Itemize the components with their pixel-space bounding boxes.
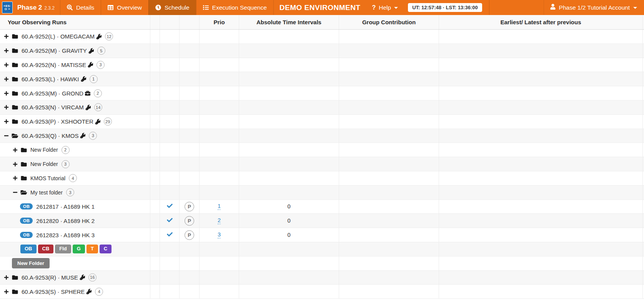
help-menu[interactable]: ? Help [372, 4, 398, 11]
table-icon [108, 5, 113, 10]
clock-icon [155, 5, 161, 10]
ob-row: OB2612817 · A1689 HK 1P10 [0, 200, 644, 214]
expand-icon[interactable] [4, 48, 9, 53]
tab-details[interactable]: Details [60, 0, 101, 15]
column-header-p [179, 15, 199, 29]
new-folder-row: New Folder [0, 256, 644, 271]
user-icon [550, 4, 556, 10]
wrench-icon [80, 275, 85, 280]
create-ob-button[interactable]: OB [20, 245, 37, 253]
ob-label[interactable]: 2612820 · A1689 HK 2 [36, 218, 95, 224]
folder-label[interactable]: KMOS Tutorial [30, 175, 65, 181]
expand-icon[interactable] [4, 62, 9, 67]
plus-icon [4, 119, 9, 124]
expand-icon[interactable] [4, 105, 9, 110]
folder-icon [12, 104, 18, 110]
wrench-icon [96, 34, 102, 39]
item-count-badge: 3 [97, 61, 105, 69]
create-fld-button[interactable]: Fld [55, 245, 71, 253]
expand-icon[interactable] [4, 119, 9, 124]
run-label[interactable]: 60.A-9252(N) · MATISSE [22, 62, 86, 68]
tab-schedule[interactable]: Schedule [148, 0, 196, 15]
create-c-button[interactable]: C [100, 245, 111, 253]
expand-icon[interactable] [13, 162, 18, 167]
run-label[interactable]: 60.A-9253(S) · SPHERE [22, 288, 85, 295]
priority-link[interactable]: 3 [218, 232, 221, 238]
run-label[interactable]: 60.A-9252(M) · GRAVITY [22, 47, 87, 54]
column-header-spacer [150, 15, 160, 29]
expand-icon[interactable] [4, 275, 9, 280]
run-label[interactable]: 60.A-9253(N) · VIRCAM [22, 104, 84, 111]
ob-label[interactable]: 2612817 · A1689 HK 1 [36, 203, 95, 210]
wrench-icon [95, 119, 100, 124]
folder-icon [12, 34, 18, 39]
expand-icon[interactable] [4, 289, 9, 294]
plus-icon [4, 289, 9, 294]
wrench-icon [88, 62, 93, 67]
item-count-badge: 5 [97, 47, 105, 55]
ob-badge: OB [20, 232, 33, 238]
ob-badge: OB [20, 203, 33, 209]
user-icon [550, 4, 556, 11]
priority-link[interactable]: 2 [218, 218, 221, 224]
item-count-badge: 4 [69, 174, 77, 182]
expand-icon[interactable] [13, 176, 18, 181]
folder-icon [12, 91, 18, 96]
tab-label: Details [76, 4, 94, 11]
column-header-runs: Your Observing Runs [0, 15, 150, 29]
absolute-time-intervals-value: 0 [287, 203, 290, 209]
create-g-button[interactable]: G [73, 245, 85, 253]
folder-label[interactable]: New Folder [30, 147, 58, 153]
run-label[interactable]: 60.A-9253(M) · GROND [22, 90, 83, 97]
chevron-down-icon [633, 7, 637, 9]
ob-row: OB2612820 · A1689 HK 2P20 [0, 214, 644, 228]
wrench-icon [80, 133, 85, 138]
wrench-icon [81, 76, 86, 82]
run-label[interactable]: 60.A-9253(P) · XSHOOTER [22, 118, 93, 125]
folder-label[interactable]: New Folder [30, 161, 58, 167]
item-count-badge: 2 [94, 89, 102, 97]
tab-overview[interactable]: Overview [101, 0, 148, 15]
folder-row: New Folder2 [0, 143, 644, 157]
collapse-icon[interactable] [13, 190, 18, 195]
check-icon [166, 217, 173, 223]
collapse-icon[interactable] [4, 133, 9, 138]
new-folder-button[interactable]: New Folder [12, 258, 50, 268]
folder-icon [12, 289, 18, 295]
folder-label[interactable]: My test folder [30, 189, 63, 196]
account-menu[interactable]: Phase 1/2 Tutorial Account [544, 0, 644, 15]
folder-icon [20, 175, 27, 181]
run-label[interactable]: 60.A-9253(R) · MUSE [22, 274, 78, 281]
tab-execution-sequence[interactable]: Execution Sequence [196, 0, 274, 15]
run-row: 60.A-9253(L) · HAWKI1 [0, 72, 644, 86]
run-row: 60.A-9253(S) · SPHERE4 [0, 285, 644, 299]
minus-icon [4, 133, 9, 138]
expand-icon[interactable] [4, 77, 9, 82]
eso-logo[interactable]: +ES·O + [2, 2, 13, 13]
folder-icon [12, 275, 18, 280]
folder-icon [20, 161, 27, 167]
run-row: 60.A-9252(L) · OMEGACAM12 [0, 30, 644, 44]
create-item-buttons-row: OBCBFldGTC [0, 242, 644, 256]
create-cb-button[interactable]: CB [38, 245, 54, 253]
run-row: 60.A-9253(Q) · KMOS3 [0, 129, 644, 143]
run-row: 60.A-9253(M) · GROND2 [0, 86, 644, 101]
column-header-prio: Prio [199, 15, 239, 29]
tab-label: Overview [117, 4, 142, 11]
create-t-button[interactable]: T [87, 245, 98, 253]
ob-label[interactable]: 2612823 · A1689 HK 3 [36, 232, 95, 238]
run-row: 60.A-9252(N) · MATISSE3 [0, 58, 644, 72]
list-icon [203, 5, 209, 10]
chevron-down-icon [394, 7, 398, 9]
run-label[interactable]: 60.A-9253(L) · HAWKI [22, 76, 79, 82]
table-header: Your Observing Runs Prio Absolute Time I… [0, 15, 644, 30]
run-label[interactable]: 60.A-9252(L) · OMEGACAM [22, 33, 95, 40]
priority-link[interactable]: 1 [218, 203, 221, 210]
expand-icon[interactable] [13, 147, 18, 153]
run-label[interactable]: 60.A-9253(Q) · KMOS [22, 132, 78, 139]
plus-icon [4, 91, 9, 96]
run-row: 60.A-9252(M) · GRAVITY5 [0, 44, 644, 58]
expand-icon[interactable] [4, 34, 9, 39]
expand-icon[interactable] [4, 91, 9, 96]
column-header-check [160, 15, 179, 29]
